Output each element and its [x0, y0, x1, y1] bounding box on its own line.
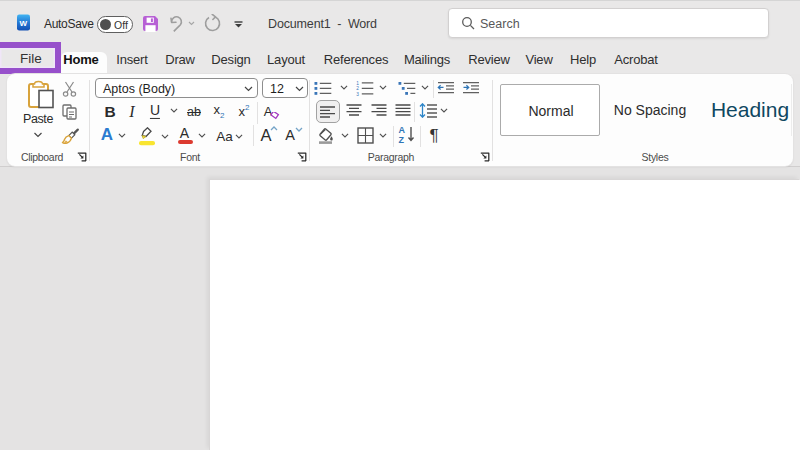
svg-text:3: 3 [356, 92, 359, 96]
svg-text:Z: Z [399, 135, 405, 144]
svg-text:1: 1 [356, 81, 359, 86]
svg-text:W: W [20, 19, 28, 28]
svg-text:A: A [399, 125, 406, 135]
svg-text:2: 2 [356, 86, 359, 91]
